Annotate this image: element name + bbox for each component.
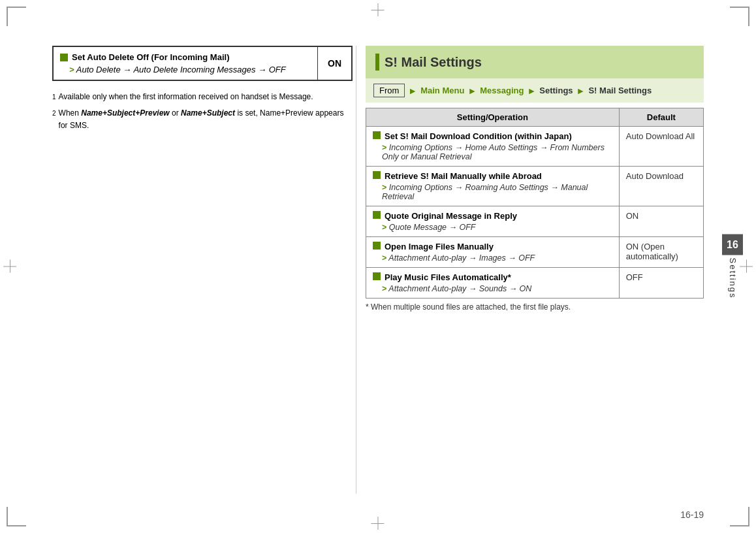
table-row: Quote Original Message in Reply> Quote M…	[366, 206, 704, 237]
path-text-1: Incoming Options → Roaming Auto Settings…	[382, 183, 588, 201]
title-bar-icon	[375, 54, 379, 71]
breadcrumb-settings: Settings	[539, 86, 573, 95]
table-row: Retrieve S! Mail Manually while Abroad> …	[366, 167, 704, 206]
breadcrumb: From ► Main Menu ► Messaging ► Settings …	[366, 78, 704, 103]
footnote-2-text: When Name+Subject+Preview or Name+Subjec…	[59, 107, 353, 132]
green-square-icon	[373, 272, 381, 280]
page-content: Set Auto Delete Off (For Incoming Mail) …	[52, 46, 704, 494]
setting-title-1: Retrieve S! Mail Manually while Abroad	[373, 171, 612, 181]
setting-title-text-1: Retrieve S! Mail Manually while Abroad	[385, 171, 542, 181]
auto-delete-main: Set Auto Delete Off (For Incoming Mail) …	[54, 47, 318, 80]
path-text-3: Attachment Auto-play → Images → OFF	[386, 253, 535, 263]
setting-title-4: Play Music Files Automatically*	[373, 272, 612, 282]
default-cell-3: ON (Open automatically)	[619, 237, 703, 268]
corner-mark-br	[730, 507, 749, 526]
breadcrumb-messaging: Messaging	[480, 86, 524, 95]
table-header-row: Setting/Operation Default	[366, 108, 704, 127]
footnote-1: 1 Available only when the first informat…	[52, 91, 353, 103]
side-left-cross	[3, 266, 16, 267]
breadcrumb-arrow-4: ►	[576, 86, 586, 96]
auto-delete-box: Set Auto Delete Off (For Incoming Mail) …	[52, 46, 353, 81]
footnotes: 1 Available only when the first informat…	[52, 91, 353, 133]
green-square-icon	[373, 131, 381, 139]
section-title-text: S! Mail Settings	[385, 55, 482, 70]
breadcrumb-arrow-1: ►	[408, 86, 417, 96]
setting-cell-3: Open Image Files Manually> Attachment Au…	[366, 237, 620, 268]
center-bottom-cross	[378, 517, 379, 530]
left-column: Set Auto Delete Off (For Incoming Mail) …	[52, 46, 353, 494]
setting-title-text-4: Play Music Files Automatically*	[385, 272, 511, 282]
table-row: Play Music Files Automatically*> Attachm…	[366, 268, 704, 299]
setting-path-0: > Incoming Options → Home Auto Settings …	[373, 143, 612, 161]
footnote-2-num: 2	[52, 107, 56, 132]
auto-delete-path-text: Auto Delete → Auto Delete Incoming Messa…	[76, 65, 286, 74]
auto-delete-title: Set Auto Delete Off (For Incoming Mail)	[60, 52, 311, 62]
setting-title-text-3: Open Image Files Manually	[385, 242, 494, 251]
col-header-setting: Setting/Operation	[366, 108, 620, 127]
breadcrumb-arrow-3: ►	[527, 86, 536, 96]
green-square-icon	[373, 171, 381, 179]
footnote-1-num: 1	[52, 91, 56, 103]
chevron-icon: >	[69, 65, 74, 74]
default-cell-0: Auto Download All	[619, 127, 703, 167]
settings-table: Setting/Operation Default Set S! Mail Do…	[366, 108, 704, 299]
table-footnote: * When multiple sound files are attached…	[366, 302, 704, 312]
from-box: From	[373, 84, 405, 97]
setting-title-text-2: Quote Original Message in Reply	[385, 211, 517, 221]
setting-cell-4: Play Music Files Automatically*> Attachm…	[366, 268, 620, 299]
chapter-sidebar: 16 Settings	[722, 234, 743, 299]
section-title: S! Mail Settings	[375, 54, 694, 71]
setting-path-3: > Attachment Auto-play → Images → OFF	[373, 253, 612, 263]
auto-delete-value: ON	[318, 47, 351, 80]
footnote-2: 2 When Name+Subject+Preview or Name+Subj…	[52, 107, 353, 132]
right-column: S! Mail Settings From ► Main Menu ► Mess…	[366, 46, 704, 494]
setting-path-2: > Quote Message → OFF	[373, 223, 612, 232]
green-square-icon	[373, 211, 381, 219]
auto-delete-path: > Auto Delete → Auto Delete Incoming Mes…	[60, 65, 311, 74]
setting-title-3: Open Image Files Manually	[373, 242, 612, 251]
breadcrumb-main-menu: Main Menu	[420, 86, 464, 95]
green-square-icon	[60, 54, 68, 61]
path-text-4: Attachment Auto-play → Sounds → ON	[386, 284, 531, 293]
green-square-icon	[373, 242, 381, 250]
corner-mark-tl	[7, 7, 26, 26]
setting-path-1: > Incoming Options → Roaming Auto Settin…	[373, 183, 612, 201]
footnote-1-text: Available only when the first informatio…	[59, 91, 313, 103]
corner-mark-bl	[7, 507, 26, 526]
default-cell-4: OFF	[619, 268, 703, 299]
setting-title-0: Set S! Mail Download Condition (within J…	[373, 131, 612, 141]
setting-title-2: Quote Original Message in Reply	[373, 211, 612, 221]
breadcrumb-arrow-2: ►	[467, 86, 477, 96]
default-cell-1: Auto Download	[619, 167, 703, 206]
default-cell-2: ON	[619, 206, 703, 237]
path-text-2: Quote Message → OFF	[386, 223, 475, 232]
auto-delete-title-text: Set Auto Delete Off (For Incoming Mail)	[72, 52, 229, 62]
setting-cell-1: Retrieve S! Mail Manually while Abroad> …	[366, 167, 620, 206]
center-top-cross	[378, 3, 379, 16]
table-row: Open Image Files Manually> Attachment Au…	[366, 237, 704, 268]
page-number: 16-19	[680, 509, 704, 520]
chapter-number: 16	[722, 234, 743, 255]
setting-path-4: > Attachment Auto-play → Sounds → ON	[373, 284, 612, 293]
col-header-default: Default	[619, 108, 703, 127]
setting-cell-0: Set S! Mail Download Condition (within J…	[366, 127, 620, 167]
corner-mark-tr	[730, 7, 749, 26]
section-header: S! Mail Settings	[366, 46, 704, 78]
table-row: Set S! Mail Download Condition (within J…	[366, 127, 704, 167]
setting-cell-2: Quote Original Message in Reply> Quote M…	[366, 206, 620, 237]
breadcrumb-s-mail-settings: S! Mail Settings	[588, 86, 652, 95]
chapter-label: Settings	[728, 258, 738, 299]
setting-title-text-0: Set S! Mail Download Condition (within J…	[385, 131, 572, 141]
path-text-0: Incoming Options → Home Auto Settings → …	[382, 143, 605, 161]
